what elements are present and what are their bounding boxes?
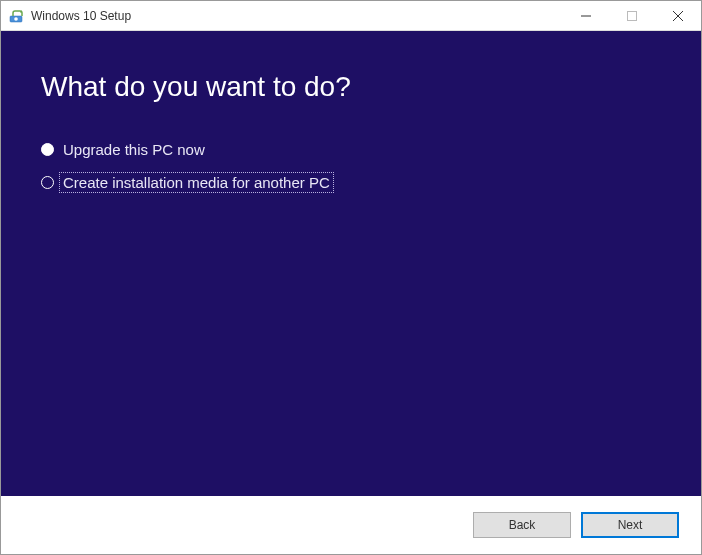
radio-indicator-icon bbox=[41, 176, 54, 189]
radio-label: Upgrade this PC now bbox=[63, 141, 205, 158]
main-content: What do you want to do? Upgrade this PC … bbox=[1, 31, 701, 496]
minimize-button[interactable] bbox=[563, 1, 609, 30]
radio-group: Upgrade this PC now Create installation … bbox=[41, 141, 661, 193]
radio-option-create-media[interactable]: Create installation media for another PC bbox=[41, 172, 661, 193]
app-icon bbox=[9, 8, 25, 24]
next-button[interactable]: Next bbox=[581, 512, 679, 538]
close-button[interactable] bbox=[655, 1, 701, 30]
page-heading: What do you want to do? bbox=[41, 71, 661, 103]
svg-point-1 bbox=[14, 17, 18, 21]
footer: Back Next bbox=[1, 496, 701, 554]
window-controls bbox=[563, 1, 701, 30]
svg-rect-3 bbox=[628, 11, 637, 20]
radio-option-upgrade[interactable]: Upgrade this PC now bbox=[41, 141, 661, 158]
titlebar: Windows 10 Setup bbox=[1, 1, 701, 31]
window-title: Windows 10 Setup bbox=[31, 9, 563, 23]
radio-indicator-icon bbox=[41, 143, 54, 156]
radio-label: Create installation media for another PC bbox=[59, 172, 334, 193]
maximize-button bbox=[609, 1, 655, 30]
back-button[interactable]: Back bbox=[473, 512, 571, 538]
